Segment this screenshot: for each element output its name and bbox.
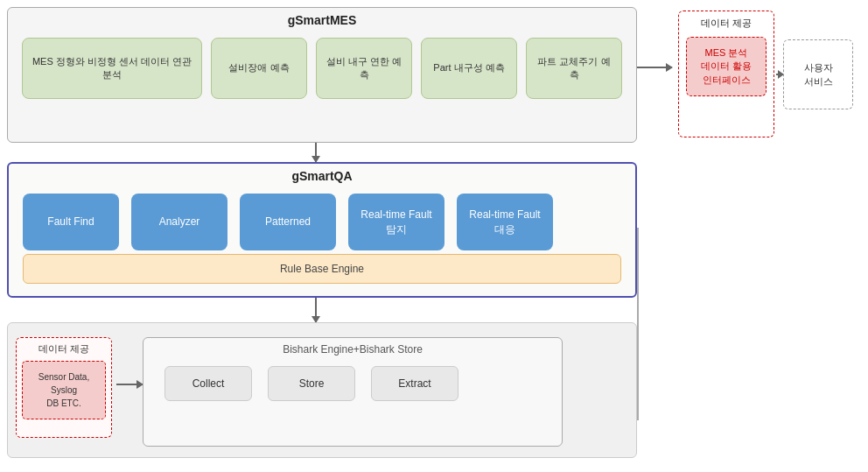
data-provide-box: 데이터 제공 Sensor Data,SyslogDB ETC. — [16, 337, 112, 438]
user-service-text: 사용자서비스 — [804, 60, 833, 89]
data-provide-title: 데이터 제공 — [17, 338, 111, 357]
qa-card-3: Patterned — [240, 194, 336, 250]
qa-card-4: Real-time Fault탐지 — [348, 194, 444, 250]
qa-card-1: Fault Find — [23, 194, 119, 250]
mes-card-5: 파트 교체주기 예측 — [526, 38, 622, 99]
collect-card: Collect — [164, 366, 252, 401]
main-container: gSmartMES MES 정형와 비정형 센서 데이터 연관분석 설비장애 예… — [0, 0, 868, 472]
gsmartqa-box: gSmartQA Fault Find Analyzer Patterned R… — [7, 162, 637, 298]
bishark-box: Bishark Engine+Bishark Store Collect Sto… — [143, 337, 563, 447]
qa-card-5: Real-time Fault대응 — [457, 194, 553, 250]
data-provide-content: Sensor Data,SyslogDB ETC. — [22, 361, 106, 419]
arrow-down-qa-to-bishark — [315, 298, 317, 322]
gsmartmes-title: gSmartMES — [8, 8, 636, 31]
gsmartmes-box: gSmartMES MES 정형와 비정형 센서 데이터 연관분석 설비장애 예… — [7, 7, 637, 143]
bishark-cards: Collect Store Extract — [144, 359, 562, 408]
mes-interface-card: MES 분석데이터 활용인터페이스 — [686, 37, 766, 96]
rule-base-bar: Rule Base Engine — [23, 254, 621, 284]
arrow-service-to-user — [776, 74, 783, 75]
gsmartmes-cards: MES 정형와 비정형 센서 데이터 연관분석 설비장애 예측 설비 내구 연한… — [8, 31, 636, 106]
user-service-box: 사용자서비스 — [783, 39, 853, 109]
arrow-down-mes-to-qa — [315, 143, 317, 162]
line-right-down — [637, 228, 639, 420]
gsmartqa-cards: Fault Find Analyzer Patterned Real-time … — [9, 187, 635, 257]
mes-card-2: 설비장애 예측 — [211, 38, 307, 99]
arrow-right-bottom — [116, 384, 143, 385]
bishark-title: Bishark Engine+Bishark Store — [144, 338, 562, 359]
mes-card-1: MES 정형와 비정형 센서 데이터 연관분석 — [22, 38, 202, 99]
data-service-box-top: 데이터 제공 MES 분석데이터 활용인터페이스 — [678, 11, 774, 137]
data-service-title-top: 데이터 제공 — [679, 11, 774, 32]
arrow-mes-to-service — [637, 67, 672, 68]
store-card: Store — [268, 366, 355, 401]
extract-card: Extract — [371, 366, 458, 401]
mes-card-4: Part 내구성 예측 — [421, 38, 517, 99]
gsmartqa-title: gSmartQA — [9, 164, 635, 187]
qa-card-2: Analyzer — [131, 194, 228, 250]
mes-card-3: 설비 내구 연한 예측 — [316, 38, 412, 99]
